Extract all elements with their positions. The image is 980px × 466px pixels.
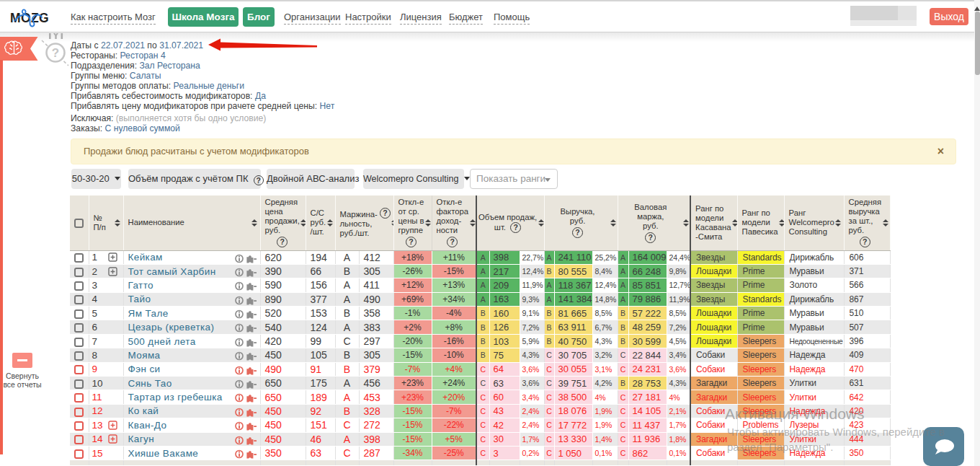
svg-text:?: ? (52, 46, 59, 60)
